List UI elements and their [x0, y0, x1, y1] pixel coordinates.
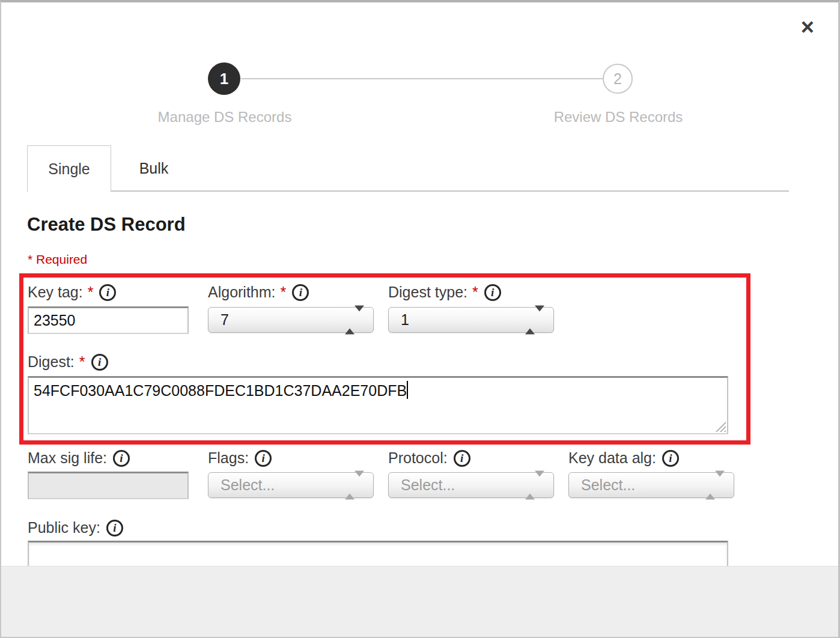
info-icon[interactable]: i: [91, 354, 108, 371]
select-stepper-arrows-icon: [345, 476, 364, 494]
select-stepper-arrows-icon: [525, 476, 544, 494]
create-ds-record-modal: × 1 2 Manage DS Records Review DS Record…: [0, 0, 840, 638]
required-asterisk: *: [472, 284, 478, 301]
text-caret: [407, 381, 408, 399]
step-1-indicator: 1: [208, 62, 240, 95]
flags-label: Flags: i: [208, 449, 272, 467]
algorithm-select[interactable]: 7: [208, 307, 374, 333]
required-asterisk: *: [88, 284, 94, 301]
flags-select[interactable]: Select...: [208, 472, 374, 498]
key-data-alg-select[interactable]: Select...: [568, 472, 734, 498]
select-stepper-arrows-icon: [345, 311, 364, 329]
info-icon[interactable]: i: [454, 450, 470, 467]
key-tag-label: Key tag: * i: [28, 284, 116, 301]
stepper-connector-line: [241, 78, 603, 79]
key-data-alg-label: Key data alg: i: [568, 449, 679, 467]
max-sig-life-label: Max sig life: i: [28, 449, 130, 467]
digest-type-select[interactable]: 1: [388, 307, 554, 333]
info-icon[interactable]: i: [99, 284, 116, 301]
step-2-label: Review DS Records: [516, 109, 720, 126]
public-key-textarea[interactable]: [28, 541, 728, 566]
close-icon[interactable]: ×: [801, 16, 814, 38]
info-icon[interactable]: i: [113, 450, 130, 467]
tab-bulk[interactable]: Bulk: [112, 145, 196, 192]
key-tag-input[interactable]: [28, 306, 189, 334]
public-key-label: Public key: i: [28, 519, 123, 536]
digest-type-label: Digest type: * i: [388, 284, 501, 301]
digest-textarea[interactable]: 54FCF030AA1C79C0088FDEC1BD1C37DAA2E70DFB: [28, 376, 728, 434]
page-title: Create DS Record: [27, 214, 186, 235]
algorithm-label: Algorithm: * i: [208, 284, 309, 301]
select-stepper-arrows-icon: [525, 311, 544, 329]
required-note: * Required: [28, 252, 87, 267]
tab-bar-divider: [111, 190, 789, 192]
tab-single[interactable]: Single: [27, 145, 111, 192]
step-1-label: Manage DS Records: [123, 109, 327, 126]
max-sig-life-input[interactable]: [28, 472, 189, 499]
info-icon[interactable]: i: [106, 520, 123, 536]
resize-grip-icon[interactable]: [715, 421, 726, 432]
protocol-label: Protocol: i: [388, 449, 470, 467]
required-asterisk: *: [79, 353, 85, 371]
step-2-indicator: 2: [603, 64, 633, 94]
protocol-select[interactable]: Select...: [388, 472, 554, 498]
modal-footer: Cancel Back Next: [1, 566, 838, 637]
required-asterisk: *: [281, 284, 287, 301]
digest-label: Digest: * i: [28, 353, 108, 371]
select-stepper-arrows-icon: [705, 476, 725, 494]
info-icon[interactable]: i: [255, 450, 272, 467]
info-icon[interactable]: i: [484, 284, 501, 301]
info-icon[interactable]: i: [662, 450, 679, 467]
info-icon[interactable]: i: [292, 284, 309, 301]
